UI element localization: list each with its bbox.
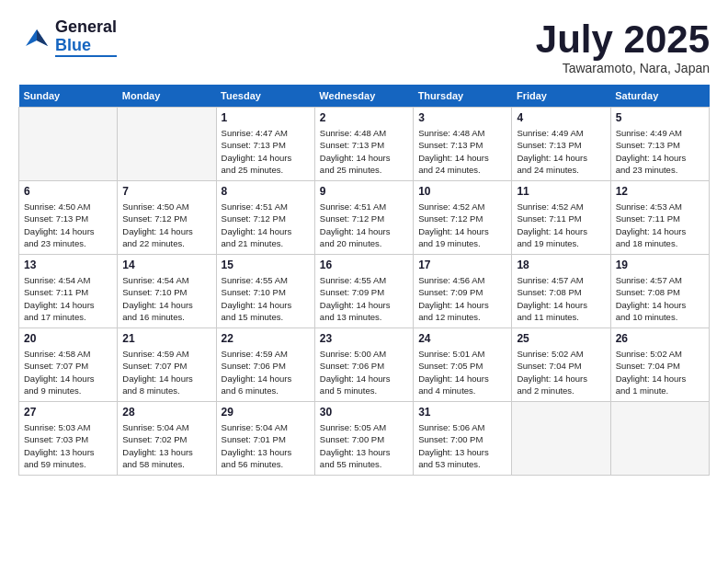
day-number: 15 [222,259,310,271]
calendar-cell: 12Sunrise: 4:53 AM Sunset: 7:11 PM Dayli… [610,181,709,255]
calendar-cell: 17Sunrise: 4:56 AM Sunset: 7:09 PM Dayli… [414,255,512,328]
logo: General Blue [18,18,117,57]
day-number: 5 [616,111,704,124]
day-number: 11 [517,185,605,198]
calendar-cell: 10Sunrise: 4:52 AM Sunset: 7:12 PM Dayli… [414,181,512,255]
calendar-cell: 7Sunrise: 4:50 AM Sunset: 7:12 PM Daylig… [118,181,216,255]
day-info: Sunrise: 4:53 AM Sunset: 7:11 PM Dayligh… [616,201,704,249]
calendar-cell: 27Sunrise: 5:03 AM Sunset: 7:03 PM Dayli… [19,402,118,476]
day-info: Sunrise: 4:51 AM Sunset: 7:12 PM Dayligh… [222,201,310,249]
weekday-header-wednesday: Wednesday [314,85,413,108]
day-number: 13 [24,259,112,271]
calendar-cell: 22Sunrise: 4:59 AM Sunset: 7:06 PM Dayli… [216,328,314,402]
day-number: 10 [418,185,506,198]
day-number: 17 [418,259,506,271]
day-number: 4 [517,111,605,124]
day-number: 18 [517,259,605,271]
day-number: 19 [616,259,704,271]
calendar-cell [610,402,709,476]
day-number: 29 [222,406,310,419]
day-info: Sunrise: 4:49 AM Sunset: 7:13 PM Dayligh… [517,127,605,176]
day-number: 31 [418,406,506,419]
location: Tawaramoto, Nara, Japan [536,61,710,75]
day-number: 1 [222,111,310,124]
day-info: Sunrise: 5:04 AM Sunset: 7:02 PM Dayligh… [122,421,210,470]
svg-marker-1 [37,29,48,46]
weekday-header-monday: Monday [118,85,216,108]
calendar-cell: 16Sunrise: 4:55 AM Sunset: 7:09 PM Dayli… [314,255,413,328]
calendar-cell: 15Sunrise: 4:55 AM Sunset: 7:10 PM Dayli… [216,255,314,328]
day-number: 28 [122,406,210,419]
day-info: Sunrise: 4:49 AM Sunset: 7:13 PM Dayligh… [616,127,704,176]
day-info: Sunrise: 4:57 AM Sunset: 7:08 PM Dayligh… [517,274,605,323]
day-info: Sunrise: 5:03 AM Sunset: 7:03 PM Dayligh… [24,421,112,470]
logo-text: General Blue [55,18,117,57]
day-info: Sunrise: 4:55 AM Sunset: 7:10 PM Dayligh… [222,274,310,323]
weekday-header-row: SundayMondayTuesdayWednesdayThursdayFrid… [19,85,710,108]
weekday-header-friday: Friday [512,85,610,108]
calendar-cell: 29Sunrise: 5:04 AM Sunset: 7:01 PM Dayli… [216,402,314,476]
day-info: Sunrise: 5:02 AM Sunset: 7:04 PM Dayligh… [616,348,704,396]
calendar-cell: 24Sunrise: 5:01 AM Sunset: 7:05 PM Dayli… [414,328,512,402]
day-number: 12 [616,185,704,198]
calendar-cell: 5Sunrise: 4:49 AM Sunset: 7:13 PM Daylig… [610,108,709,181]
calendar-cell: 2Sunrise: 4:48 AM Sunset: 7:13 PM Daylig… [314,108,413,181]
calendar-cell: 8Sunrise: 4:51 AM Sunset: 7:12 PM Daylig… [216,181,314,255]
day-info: Sunrise: 4:56 AM Sunset: 7:09 PM Dayligh… [418,274,506,323]
day-info: Sunrise: 5:01 AM Sunset: 7:05 PM Dayligh… [418,348,506,396]
calendar-cell: 4Sunrise: 4:49 AM Sunset: 7:13 PM Daylig… [512,108,610,181]
calendar-cell: 13Sunrise: 4:54 AM Sunset: 7:11 PM Dayli… [19,255,118,328]
day-number: 21 [122,332,210,345]
day-info: Sunrise: 5:06 AM Sunset: 7:00 PM Dayligh… [418,421,506,470]
calendar-cell: 11Sunrise: 4:52 AM Sunset: 7:11 PM Dayli… [512,181,610,255]
day-number: 22 [222,332,310,345]
day-number: 25 [517,332,605,345]
day-info: Sunrise: 4:48 AM Sunset: 7:13 PM Dayligh… [320,127,408,176]
calendar-cell: 31Sunrise: 5:06 AM Sunset: 7:00 PM Dayli… [414,402,512,476]
page-header: General Blue July 2025 Tawaramoto, Nara,… [18,18,710,75]
calendar-cell: 1Sunrise: 4:47 AM Sunset: 7:13 PM Daylig… [216,108,314,181]
weekday-header-thursday: Thursday [414,85,512,108]
calendar-cell: 9Sunrise: 4:51 AM Sunset: 7:12 PM Daylig… [314,181,413,255]
day-number: 14 [122,259,210,271]
day-info: Sunrise: 4:59 AM Sunset: 7:06 PM Dayligh… [222,348,310,396]
day-info: Sunrise: 4:54 AM Sunset: 7:10 PM Dayligh… [122,274,210,323]
day-info: Sunrise: 4:50 AM Sunset: 7:12 PM Dayligh… [122,201,210,249]
day-number: 16 [320,259,408,271]
calendar-cell: 14Sunrise: 4:54 AM Sunset: 7:10 PM Dayli… [118,255,216,328]
day-info: Sunrise: 4:52 AM Sunset: 7:11 PM Dayligh… [517,201,605,249]
month-title: July 2025 [536,18,710,61]
day-info: Sunrise: 4:55 AM Sunset: 7:09 PM Dayligh… [320,274,408,323]
day-number: 24 [418,332,506,345]
day-info: Sunrise: 5:00 AM Sunset: 7:06 PM Dayligh… [320,348,408,396]
calendar-cell: 30Sunrise: 5:05 AM Sunset: 7:00 PM Dayli… [314,402,413,476]
day-info: Sunrise: 5:05 AM Sunset: 7:00 PM Dayligh… [320,421,408,470]
weekday-header-saturday: Saturday [610,85,709,108]
day-info: Sunrise: 4:57 AM Sunset: 7:08 PM Dayligh… [616,274,704,323]
day-info: Sunrise: 4:47 AM Sunset: 7:13 PM Dayligh… [222,127,310,176]
calendar-cell: 18Sunrise: 4:57 AM Sunset: 7:08 PM Dayli… [512,255,610,328]
calendar-cell [19,108,118,181]
calendar-week-4: 20Sunrise: 4:58 AM Sunset: 7:07 PM Dayli… [19,328,710,402]
day-info: Sunrise: 4:51 AM Sunset: 7:12 PM Dayligh… [320,201,408,249]
day-number: 2 [320,111,408,124]
day-info: Sunrise: 5:04 AM Sunset: 7:01 PM Dayligh… [222,421,310,470]
weekday-header-tuesday: Tuesday [216,85,314,108]
calendar-week-3: 13Sunrise: 4:54 AM Sunset: 7:11 PM Dayli… [19,255,710,328]
day-info: Sunrise: 5:02 AM Sunset: 7:04 PM Dayligh… [517,348,605,396]
calendar-cell: 20Sunrise: 4:58 AM Sunset: 7:07 PM Dayli… [19,328,118,402]
logo-icon [18,20,53,55]
calendar-cell: 6Sunrise: 4:50 AM Sunset: 7:13 PM Daylig… [19,181,118,255]
weekday-header-sunday: Sunday [19,85,118,108]
logo-blue: Blue [55,37,117,57]
day-number: 7 [122,185,210,198]
day-number: 20 [24,332,112,345]
day-number: 8 [222,185,310,198]
calendar-cell: 28Sunrise: 5:04 AM Sunset: 7:02 PM Dayli… [118,402,216,476]
title-block: July 2025 Tawaramoto, Nara, Japan [536,18,710,75]
calendar-cell [118,108,216,181]
day-number: 23 [320,332,408,345]
day-info: Sunrise: 4:54 AM Sunset: 7:11 PM Dayligh… [24,274,112,323]
calendar-cell: 19Sunrise: 4:57 AM Sunset: 7:08 PM Dayli… [610,255,709,328]
day-info: Sunrise: 4:50 AM Sunset: 7:13 PM Dayligh… [24,201,112,249]
